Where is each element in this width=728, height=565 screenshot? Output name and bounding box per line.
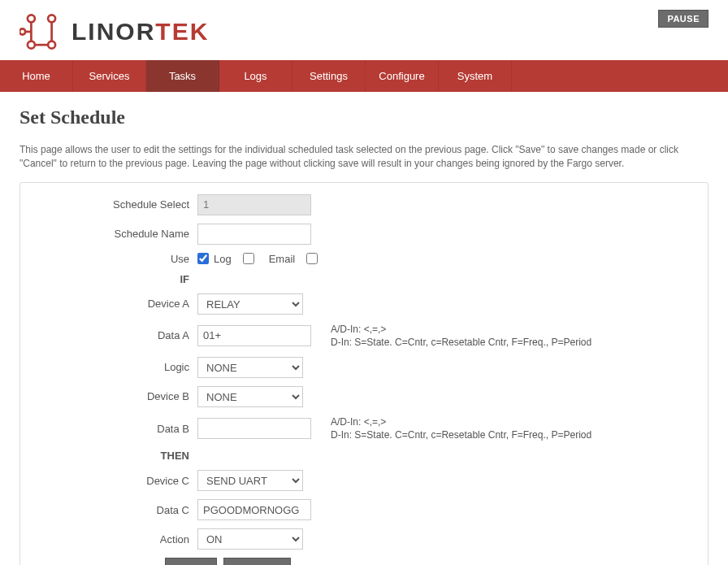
nav-logs[interactable]: Logs [219, 60, 292, 92]
nav-settings[interactable]: Settings [292, 60, 366, 92]
device-b-select[interactable]: NONE [197, 386, 303, 407]
device-c-select[interactable]: SEND UART [197, 470, 303, 491]
if-label: IF [35, 273, 197, 285]
device-b-label: Device B [35, 390, 197, 402]
log-label: Log [214, 253, 232, 265]
logic-label: Logic [35, 361, 197, 373]
data-b-label: Data B [35, 423, 197, 435]
schedule-form-panel: Schedule Select Schedule Name Use Log [20, 182, 708, 565]
data-b-input[interactable] [197, 418, 311, 439]
page-description: This page allows the user to edit the se… [20, 143, 708, 171]
schedule-select-label: Schedule Select [35, 198, 197, 211]
email-label: Email [269, 253, 296, 265]
schedule-select-input [197, 194, 311, 215]
svg-point-8 [20, 28, 25, 34]
data-c-label: Data C [35, 504, 197, 516]
svg-point-4 [28, 15, 35, 22]
svg-point-5 [28, 41, 35, 49]
use-label: Use [35, 253, 197, 265]
data-a-input[interactable] [197, 325, 311, 346]
schedule-name-input[interactable] [197, 224, 311, 245]
data-a-hint: A/D-In: <,=,> D-In: S=State. C=Cntr, c=R… [331, 323, 592, 349]
nav-services[interactable]: Services [73, 60, 146, 92]
schedule-name-label: Schedule Name [35, 228, 197, 240]
log-checkbox[interactable] [243, 253, 254, 264]
brand-suffix: TEK [155, 18, 209, 45]
data-a-label: Data A [35, 329, 197, 341]
cancel-button[interactable]: CANCEL [223, 558, 291, 565]
svg-point-7 [48, 15, 55, 22]
brand-logo: LINORTEK [20, 10, 209, 54]
use-checkbox[interactable] [197, 253, 209, 264]
action-label: Action [35, 533, 197, 545]
data-b-hint: A/D-In: <,=,> D-In: S=State. C=Cntr, c=R… [331, 415, 592, 441]
brand-prefix: LINOR [72, 18, 155, 45]
main-nav: Home Services Tasks Logs Settings Config… [0, 60, 728, 92]
data-c-input[interactable] [197, 499, 311, 520]
svg-point-6 [48, 41, 55, 49]
nav-tasks[interactable]: Tasks [146, 60, 219, 92]
device-c-label: Device C [35, 475, 197, 487]
logic-select[interactable]: NONE [197, 357, 303, 378]
page-title: Set Schedule [20, 106, 708, 128]
nav-configure[interactable]: Configure [366, 60, 439, 92]
action-select[interactable]: ON [197, 528, 303, 550]
then-label: THEN [35, 450, 197, 462]
nav-system[interactable]: System [439, 60, 512, 92]
device-a-select[interactable]: RELAY [197, 293, 303, 315]
save-button[interactable]: SAVE [165, 558, 217, 565]
email-checkbox[interactable] [306, 253, 318, 264]
device-a-label: Device A [35, 298, 197, 310]
linortek-icon [20, 10, 63, 54]
pause-button[interactable]: PAUSE [658, 10, 708, 28]
nav-home[interactable]: Home [0, 60, 73, 92]
